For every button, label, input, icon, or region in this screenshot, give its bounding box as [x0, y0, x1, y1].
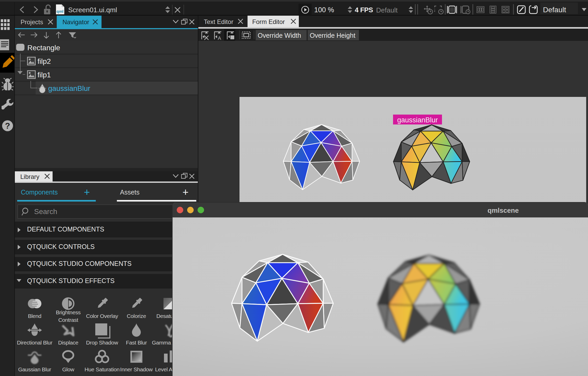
svg-text:Colorize: Colorize	[127, 313, 146, 319]
svg-text:Drop Shadow: Drop Shadow	[86, 340, 118, 346]
svg-text:Brightness: Brightness	[56, 309, 80, 315]
svg-text:?: ?	[5, 121, 10, 130]
svg-text:Color Overlay: Color Overlay	[86, 313, 118, 319]
svg-text:Inner Shadow: Inner Shadow	[120, 366, 153, 372]
svg-text:A: A	[218, 35, 221, 40]
svg-text:Hue Saturation: Hue Saturation	[85, 366, 120, 372]
svg-text:Gaussian Blur: Gaussian Blur	[18, 366, 51, 372]
svg-text:Blend: Blend	[28, 313, 41, 319]
svg-text:qml: qml	[56, 9, 64, 14]
svg-text:Displace: Displace	[58, 340, 78, 346]
svg-text:Fast Blur: Fast Blur	[126, 340, 147, 346]
svg-text:Contrast: Contrast	[58, 317, 78, 323]
svg-text:Directional Blur: Directional Blur	[17, 340, 52, 346]
svg-text:Glow: Glow	[62, 366, 74, 372]
